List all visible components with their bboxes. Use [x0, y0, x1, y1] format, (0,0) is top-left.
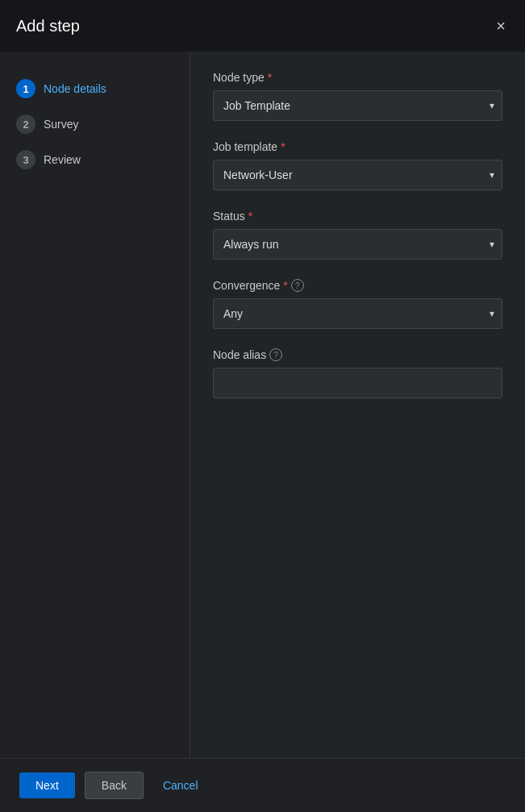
- status-select[interactable]: Always run On success On failure: [213, 229, 502, 260]
- status-label: Status *: [213, 210, 502, 223]
- job-template-label: Job template *: [213, 140, 502, 153]
- convergence-select-wrapper: Any All ▾: [213, 298, 502, 329]
- node-type-select-wrapper: Job Template Approval Project Sync Inven…: [213, 90, 502, 121]
- sidebar-item-label-node-details: Node details: [44, 82, 106, 95]
- sidebar-item-label-survey: Survey: [44, 118, 79, 131]
- form-area: Node type * Job Template Approval Projec…: [213, 71, 502, 739]
- modal-header: Add step ×: [0, 0, 525, 52]
- status-required: *: [248, 210, 252, 223]
- add-step-modal: Add step × 1 Node details 2 Survey 3 Rev…: [0, 0, 525, 812]
- node-type-label: Node type *: [213, 71, 502, 84]
- status-field-group: Status * Always run On success On failur…: [213, 210, 502, 260]
- convergence-help-icon[interactable]: ?: [291, 279, 304, 292]
- sidebar: 1 Node details 2 Survey 3 Review: [0, 52, 190, 758]
- status-select-wrapper: Always run On success On failure ▾: [213, 229, 502, 260]
- job-template-required: *: [281, 140, 285, 153]
- next-button[interactable]: Next: [19, 772, 75, 798]
- modal-body: 1 Node details 2 Survey 3 Review Node ty…: [0, 52, 525, 758]
- convergence-select[interactable]: Any All: [213, 298, 502, 329]
- convergence-required: *: [283, 279, 287, 292]
- node-alias-label: Node alias ?: [213, 348, 502, 361]
- convergence-label: Convergence * ?: [213, 279, 502, 292]
- modal-footer: Next Back Cancel: [0, 758, 525, 812]
- node-type-select[interactable]: Job Template Approval Project Sync Inven…: [213, 90, 502, 121]
- sidebar-item-node-details[interactable]: 1 Node details: [0, 71, 190, 106]
- job-template-select-wrapper: Network-User Other Template ▾: [213, 160, 502, 190]
- sidebar-item-review[interactable]: 3 Review: [0, 142, 190, 177]
- step-num-1: 1: [16, 79, 35, 98]
- node-alias-field-group: Node alias ?: [213, 348, 502, 398]
- step-num-3: 3: [16, 150, 35, 169]
- step-num-2: 2: [16, 115, 35, 134]
- node-type-required: *: [268, 71, 272, 84]
- node-alias-help-icon[interactable]: ?: [269, 348, 282, 361]
- job-template-select[interactable]: Network-User Other Template: [213, 160, 502, 190]
- close-button[interactable]: ×: [493, 15, 509, 37]
- sidebar-item-label-review: Review: [44, 153, 81, 166]
- sidebar-item-survey[interactable]: 2 Survey: [0, 106, 190, 142]
- convergence-field-group: Convergence * ? Any All ▾: [213, 279, 502, 329]
- node-alias-input[interactable]: [213, 368, 502, 398]
- modal-title: Add step: [16, 17, 80, 35]
- form-content: Node type * Job Template Approval Projec…: [190, 52, 525, 758]
- job-template-field-group: Job template * Network-User Other Templa…: [213, 140, 502, 190]
- cancel-button[interactable]: Cancel: [153, 772, 208, 798]
- node-type-field-group: Node type * Job Template Approval Projec…: [213, 71, 502, 121]
- back-button[interactable]: Back: [85, 772, 144, 799]
